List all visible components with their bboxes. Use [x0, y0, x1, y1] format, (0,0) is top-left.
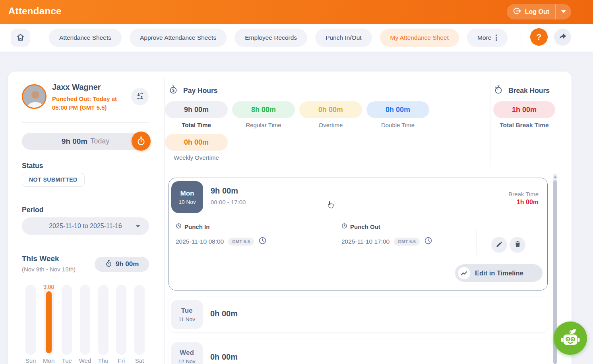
pay-metrics: 9h 00mTotal Time8h 00mRegular Time0h 00m…	[165, 101, 430, 161]
this-week-heading: This Week	[22, 254, 59, 263]
tab-my-attendance-sheet[interactable]: My Attendance Sheet	[380, 29, 459, 47]
punch-in-section: Punch In 2025-11-10 08:00 GMT 5.5	[176, 223, 267, 246]
pencil-icon	[496, 240, 503, 250]
day-break-label: Break Time	[508, 191, 539, 197]
app-header: Attendance Log Out	[0, 0, 593, 24]
day-break-block: Break Time 1h 00m	[508, 191, 539, 206]
tab-punch-in-out[interactable]: Punch In/Out	[315, 29, 372, 47]
tab-label: My Attendance Sheet	[390, 34, 449, 41]
share-button[interactable]	[554, 29, 571, 46]
bar-day-label: Mon	[43, 357, 54, 364]
timeline-icon-wrap	[458, 267, 470, 279]
punch-out-section: Punch Out 2025-11-10 17:00 GMT 5.5	[341, 223, 432, 246]
home-icon	[16, 33, 25, 43]
bar-fri: Fri	[113, 285, 129, 364]
today-total-suffix: Today	[90, 137, 109, 145]
logout-dropdown-button[interactable]	[555, 4, 571, 19]
day-name: Wed	[180, 349, 194, 357]
logout-button[interactable]: Log Out	[507, 4, 571, 19]
metric-value: 8h 00m	[232, 101, 295, 118]
bar-day-label: Tue	[62, 357, 72, 364]
clock-picker-icon[interactable]	[424, 236, 432, 246]
scroll-up-arrow[interactable]	[553, 176, 557, 178]
punch-out-timezone-badge: GMT 5.5	[394, 238, 420, 246]
bar-thu: Thu	[95, 285, 111, 364]
today-total-pill: 9h 00m Today	[22, 133, 149, 150]
day-badge-mon: Mon 10 Nov	[171, 181, 203, 213]
metric-weekly-overtime: 0h 00mWeekly Overtime	[165, 134, 228, 161]
day-total: 9h 00m	[211, 186, 238, 196]
timer-button[interactable]	[132, 132, 151, 151]
day-total: 0h 00m	[210, 352, 238, 362]
tab-more[interactable]: More	[467, 29, 508, 47]
day-badge-tue: Tue 11 Nov	[171, 300, 203, 329]
tab-label: Punch In/Out	[326, 34, 361, 41]
tab-label: Employee Records	[245, 34, 297, 41]
card-divider	[172, 218, 545, 218]
metric-value: 0h 00m	[165, 134, 228, 151]
period-select[interactable]: 2025-11-10 to 2025-11-16	[22, 217, 149, 235]
day-card-tue[interactable]: Tue 11 Nov 0h 00m	[169, 297, 548, 332]
clock-picker-icon[interactable]	[258, 236, 267, 246]
tab-attendance-sheets[interactable]: Attendance Sheets	[49, 29, 122, 47]
tab-approve-attendance-sheets[interactable]: Approve Attendance Sheets	[130, 29, 227, 47]
break-section-divider	[490, 79, 490, 166]
week-bar-chart: Sun9.00MonTueWedThuFriSat	[23, 285, 147, 364]
day-card-wed[interactable]: Wed 12 Nov 0h 00m	[169, 339, 548, 364]
robot-icon	[560, 327, 581, 350]
tab-label: More	[477, 34, 491, 41]
help-button[interactable]: ?	[530, 28, 548, 46]
edit-in-timeline-button[interactable]: Edit in Timeline	[455, 264, 543, 282]
metric-value: 0h 00m	[299, 101, 362, 118]
pay-hours-icon: $	[169, 85, 178, 97]
break-total-label: Total Break Time	[493, 122, 555, 129]
stopwatch-icon	[105, 260, 112, 269]
share-forward-icon	[558, 32, 567, 43]
bar-wed: Wed	[77, 285, 93, 364]
chatbot-button[interactable]	[554, 321, 587, 355]
nav-tabs: Attendance SheetsApprove Attendance Shee…	[49, 29, 508, 47]
help-question-icon: ?	[537, 32, 542, 42]
edit-punch-button[interactable]	[491, 237, 507, 253]
sidebar-section-divider	[22, 122, 149, 123]
more-dots-icon	[496, 35, 497, 41]
avatar[interactable]	[22, 84, 47, 109]
day-card-mon[interactable]: Mon 10 Nov 9h 00m 08:00 - 17:00 Break Ti…	[169, 178, 548, 290]
metric-label: Weekly Overtime	[174, 154, 219, 161]
metric-value: 0h 00m	[366, 101, 429, 118]
punch-in-label: Punch In	[184, 223, 209, 230]
bar-day-label: Fri	[118, 357, 125, 364]
bar-day-label: Sun	[25, 357, 36, 364]
day-total: 0h 00m	[210, 309, 238, 318]
clock-icon	[176, 223, 182, 230]
tab-employee-records[interactable]: Employee Records	[234, 29, 307, 47]
break-hours-header: Break Hours	[494, 85, 550, 97]
punch-in-value-row: 2025-11-10 08:00 GMT 5.5	[176, 236, 267, 246]
metric-label: Regular Time	[246, 122, 281, 128]
punch-out-label: Punch Out	[350, 223, 380, 230]
clock-icon	[341, 223, 347, 230]
pay-hours-title: Pay Hours	[183, 87, 218, 95]
day-break-value: 1h 00m	[508, 199, 539, 206]
delete-punch-button[interactable]	[510, 237, 525, 253]
break-hours-icon	[494, 85, 503, 97]
day-name: Tue	[181, 307, 193, 315]
logout-main[interactable]: Log Out	[507, 4, 555, 19]
sidebar-divider	[164, 77, 165, 364]
bar-sun: Sun	[23, 285, 39, 364]
today-total-value: 9h 00m	[62, 137, 87, 146]
day-date: 12 Nov	[178, 358, 196, 364]
switch-user-button[interactable]	[131, 88, 149, 105]
home-button[interactable]	[11, 29, 30, 47]
bar-value-label: 9.00	[43, 284, 54, 290]
status-heading: Status	[22, 162, 43, 170]
bar-sat: Sat	[132, 285, 147, 364]
metric-regular-time: 8h 00mRegular Time	[232, 101, 295, 128]
tab-label: Approve Attendance Sheets	[140, 34, 216, 41]
punch-out-label-row: Punch Out	[341, 223, 432, 230]
day-date: 10 Nov	[179, 199, 196, 205]
period-heading: Period	[22, 206, 43, 214]
punch-in-timezone-badge: GMT 5.5	[228, 238, 254, 246]
punch-out-value: 2025-11-10 17:00	[341, 238, 390, 245]
svg-text:$: $	[172, 88, 174, 93]
